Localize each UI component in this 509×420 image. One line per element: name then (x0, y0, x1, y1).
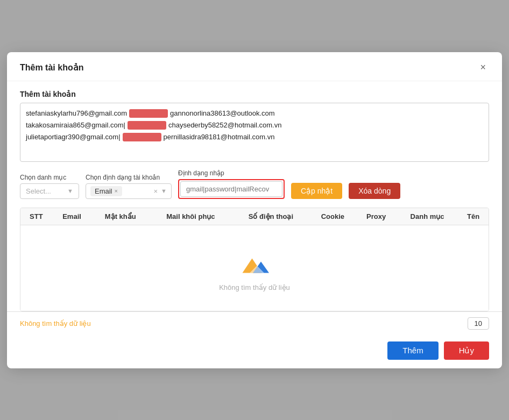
tag-close-icon[interactable]: × (115, 188, 118, 194)
capnhat-button[interactable]: Cập nhật (291, 183, 342, 199)
col-mailkhoiphuc: Mail khôi phục (149, 208, 232, 225)
xoadong-button[interactable]: Xóa dòng (349, 183, 400, 199)
them-button[interactable]: Thêm (387, 341, 438, 360)
chon-dinh-dang-select[interactable]: Email × × ▼ (86, 183, 172, 199)
section-label: Thêm tài khoản (20, 90, 489, 98)
format-box-wrapper (178, 179, 285, 199)
empty-text: Không tìm thấy dữ liệu (219, 283, 290, 291)
select-placeholder: Select... (26, 187, 51, 195)
data-table: STT Email Mật khẩu Mail khôi phục Số điệ… (20, 208, 489, 225)
redacted-3 (123, 133, 161, 141)
email-text-1b: gannonorlina38613@outlook.com (170, 108, 275, 119)
email-text-2b: chaysederby58252@hotmail.com.vn (168, 119, 281, 131)
chon-danh-muc-select[interactable]: Select... ▼ (20, 183, 79, 199)
col-sodienthoai: Số điện thoại (232, 208, 309, 225)
dinh-dang-nhap-group: Định dạng nhập (178, 169, 285, 199)
email-input-area[interactable]: stefaniaskylarhu796@gmail.com gannonorli… (20, 103, 489, 162)
empty-state: Không tìm thấy dữ liệu (20, 225, 489, 311)
close-button[interactable]: × (477, 61, 489, 74)
modal-dialog: Thêm tài khoản × Thêm tài khoản stefania… (7, 52, 502, 368)
col-proxy: Proxy (356, 208, 397, 225)
chon-danh-muc-group: Chọn danh mục Select... ▼ (20, 174, 79, 199)
format-input[interactable] (180, 181, 282, 197)
modal-header: Thêm tài khoản × (7, 52, 502, 81)
col-stt: STT (20, 208, 52, 225)
empty-icon (238, 251, 271, 277)
footer-count: 10 (468, 317, 489, 330)
tag-chevron-icon: ▼ (161, 188, 167, 194)
footer-status-text: Không tìm thấy dữ liệu (20, 319, 91, 328)
email-row-1: stefaniaskylarhu796@gmail.com gannonorli… (26, 108, 483, 119)
chon-dinh-dang-label: Chọn định dạng tài khoản (86, 174, 172, 181)
footer-actions: Thêm Hủy (7, 335, 502, 368)
col-cookie: Cookie (309, 208, 356, 225)
tag-label: Email (95, 187, 112, 195)
col-matkhau: Mật khẩu (91, 208, 149, 225)
email-row-2: takakosamiraia865@gmail.com| chaysederby… (26, 119, 483, 131)
email-row-3: julietaportiagr390@gmail.com| pernillasi… (26, 131, 483, 143)
col-email: Email (52, 208, 91, 225)
chon-dinh-dang-group: Chọn định dạng tài khoản Email × × ▼ (86, 174, 172, 199)
chevron-down-icon: ▼ (67, 188, 73, 194)
col-ten: Tên (458, 208, 489, 225)
data-table-wrapper: STT Email Mật khẩu Mail khôi phục Số điệ… (20, 208, 489, 311)
modal-overlay: Thêm tài khoản × Thêm tài khoản stefania… (0, 0, 509, 420)
modal-body: Thêm tài khoản stefaniaskylarhu796@gmail… (7, 81, 502, 311)
email-text-2a: takakosamiraia865@gmail.com| (26, 119, 125, 131)
email-text-3b: pernillasidra98181@hotmail.com.vn (164, 131, 275, 143)
email-text-3a: julietaportiagr390@gmail.com| (26, 131, 121, 143)
table-header-row: STT Email Mật khẩu Mail khôi phục Số điệ… (20, 208, 489, 225)
chon-danh-muc-label: Chọn danh mục (20, 174, 79, 181)
email-text-1a: stefaniaskylarhu796@gmail.com (26, 108, 127, 119)
col-danhmuc: Danh mục (397, 208, 458, 225)
redacted-1 (129, 109, 168, 118)
controls-row: Chọn danh mục Select... ▼ Chọn định dạng… (20, 169, 489, 199)
tag-clear-icon[interactable]: × (154, 187, 158, 195)
dinh-dang-nhap-label: Định dạng nhập (178, 169, 285, 177)
huy-button[interactable]: Hủy (444, 341, 489, 360)
modal-title: Thêm tài khoản (20, 62, 83, 73)
email-tag: Email × (90, 186, 122, 196)
modal-footer: Không tìm thấy dữ liệu 10 (7, 311, 502, 335)
redacted-2 (128, 121, 166, 130)
